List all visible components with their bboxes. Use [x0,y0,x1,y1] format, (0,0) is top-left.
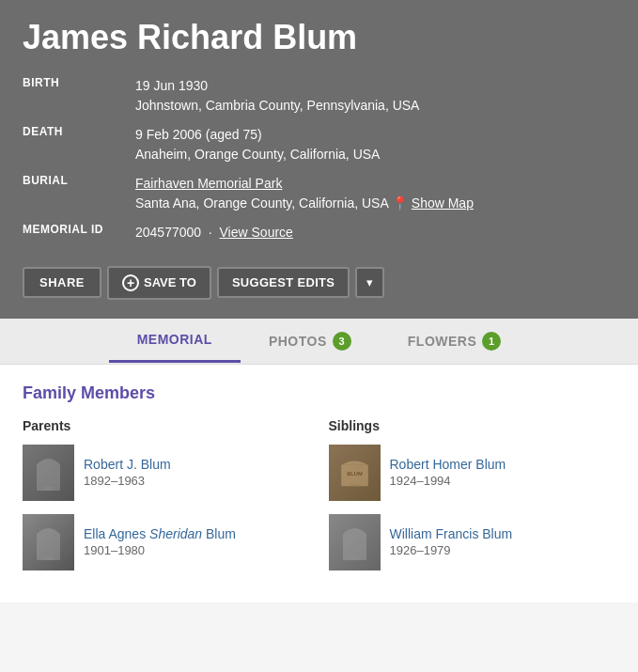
death-label: DEATH [23,120,135,169]
share-button[interactable]: SHARE [23,267,101,298]
tabs-row: MEMORIAL PHOTOS 3 FLOWERS 1 [23,319,615,364]
memorial-id-value: 204577000 · View Source [135,218,615,247]
gravestone-svg-4 [338,521,371,563]
burial-row: BURIAL Fairhaven Memorial Park Santa Ana… [23,169,615,218]
birth-value: 19 Jun 1930 Johnstown, Cambria County, P… [135,71,615,120]
parent1-years: 1892–1963 [84,474,171,488]
gravestone-svg-3: BLUM [338,451,371,493]
siblings-label: Siblings [329,418,616,433]
parent1-info: Robert J. Blum 1892–1963 [84,457,171,488]
parent2-thumbnail[interactable] [23,514,74,570]
parent2-name-pre: Ella Agnes [84,526,149,541]
family-grid: Parents Robert J. Blum 1892–1963 [23,418,615,584]
header-section: James Richard Blum BIRTH 19 Jun 1930 Joh… [0,0,638,319]
parent2-years: 1901–1980 [84,543,236,557]
svg-rect-3 [44,556,53,560]
dropdown-button[interactable]: ▾ [355,267,384,298]
parents-column: Parents Robert J. Blum 1892–1963 [23,418,310,584]
death-row: DEATH 9 Feb 2006 (aged 75) Anaheim, Oran… [23,120,615,169]
plus-circle-icon: + [122,274,139,291]
svg-rect-8 [350,556,359,560]
photos-badge: 3 [333,332,351,351]
parent2-name-link[interactable]: Ella Agnes Sheridan Blum [84,526,236,541]
map-pin-icon: 📍 [392,194,408,213]
memorial-id-row: MEMORIAL ID 204577000 · View Source [23,218,615,247]
svg-rect-2 [37,534,60,560]
sibling2-name-link[interactable]: William Francis Blum [390,526,513,541]
gravestone-svg-2 [32,521,65,563]
parent1-name-link[interactable]: Robert J. Blum [84,457,171,472]
parent1-member: Robert J. Blum 1892–1963 [23,445,310,501]
sibling1-years: 1924–1994 [390,474,506,488]
view-source-link[interactable]: View Source [220,225,293,240]
sibling2-thumbnail[interactable] [329,514,381,570]
tabs-section: MEMORIAL PHOTOS 3 FLOWERS 1 [0,319,638,365]
parent2-info: Ella Agnes Sheridan Blum 1901–1980 [84,526,236,557]
gravestone-svg-1 [32,451,65,493]
memorial-id-label: MEMORIAL ID [23,218,135,247]
sibling1-info: Robert Homer Blum 1924–1994 [390,457,506,488]
save-to-button[interactable]: + SAVE TO [107,266,211,300]
person-name: James Richard Blum [23,19,615,56]
parent2-name-italic: Sheridan [149,526,202,541]
family-members-title: Family Members [23,383,615,403]
svg-rect-1 [44,487,53,491]
parent1-thumbnail[interactable] [23,445,74,501]
tab-flowers[interactable]: FLOWERS 1 [380,319,530,364]
parent2-member: Ella Agnes Sheridan Blum 1901–1980 [23,514,310,570]
sibling2-info: William Francis Blum 1926–1979 [390,526,513,557]
burial-label: BURIAL [23,169,135,218]
actions-row: SHARE + SAVE TO SUGGEST EDITS ▾ [23,266,615,300]
content-section: Family Members Parents Robert J. Blum 18… [0,365,638,602]
sibling1-name-link[interactable]: Robert Homer Blum [390,457,506,472]
birth-label: BIRTH [23,71,135,120]
sibling1-member: BLUM Robert Homer Blum 1924–1994 [329,445,616,501]
parent2-name-post: Blum [202,526,236,541]
svg-rect-7 [343,534,366,560]
sibling2-years: 1926–1979 [390,543,513,557]
siblings-column: Siblings BLUM Robert Homer Blum 1924–199… [329,418,616,584]
tab-memorial[interactable]: MEMORIAL [109,319,241,363]
sibling1-thumbnail[interactable]: BLUM [329,445,381,501]
chevron-down-icon: ▾ [366,275,373,289]
facts-table: BIRTH 19 Jun 1930 Johnstown, Cambria Cou… [23,71,615,247]
birth-row: BIRTH 19 Jun 1930 Johnstown, Cambria Cou… [23,71,615,120]
svg-text:BLUM: BLUM [347,471,363,477]
svg-rect-0 [37,464,60,491]
suggest-edits-button[interactable]: SUGGEST EDITS [217,267,350,298]
burial-location-link[interactable]: Fairhaven Memorial Park [135,176,282,191]
svg-rect-5 [350,484,359,487]
show-map-link[interactable]: Show Map [412,194,474,213]
burial-value: Fairhaven Memorial Park Santa Ana, Orang… [135,169,615,218]
sibling2-member: William Francis Blum 1926–1979 [329,514,616,570]
parents-label: Parents [23,418,310,433]
death-value: 9 Feb 2006 (aged 75) Anaheim, Orange Cou… [135,120,615,169]
tab-photos[interactable]: PHOTOS 3 [241,319,380,364]
flowers-badge: 1 [482,332,501,351]
